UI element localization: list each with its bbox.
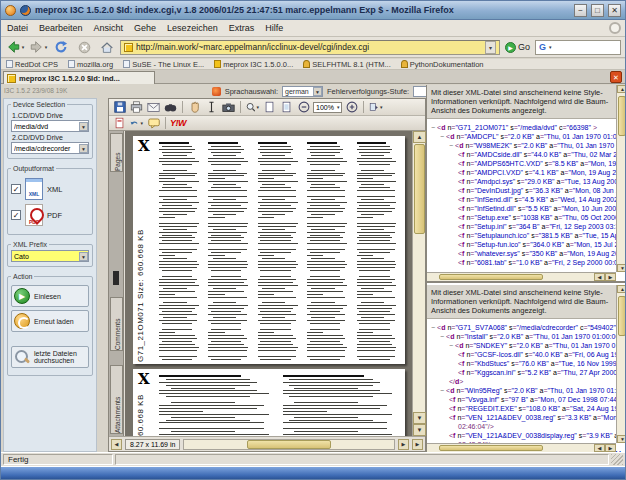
select-text-tool-button[interactable] (204, 101, 219, 114)
pdf-vertical-scrollbar[interactable]: ▲ ▼ ▼ (412, 131, 425, 436)
search-engine-dropdown-icon[interactable]: ▾ (549, 44, 552, 50)
bookmark-item[interactable]: RedDot CPS (6, 60, 58, 69)
scroll-down-icon[interactable]: ▼ (413, 424, 426, 436)
print-button[interactable] (129, 101, 144, 114)
tree-expander-icon[interactable]: − (431, 324, 435, 331)
xml1-hscroll-thumb[interactable] (439, 274, 543, 280)
go-button[interactable]: ▶ Go (503, 42, 532, 53)
einlesen-button[interactable]: ▶ Einlesen (11, 285, 89, 307)
bookmark-item[interactable]: SuSE - The Linux E... (123, 60, 204, 69)
xml-tree-line[interactable]: − <d n="Win95Reg" s="2.0 KB" a="Thu, 01 … (429, 386, 615, 395)
xml1-horizontal-scrollbar[interactable]: ◀ ▶ (427, 272, 616, 281)
drive1-select-arrow-icon[interactable]: ▼ (79, 122, 88, 131)
tree-expander-icon[interactable]: − (440, 387, 444, 394)
scroll-right-icon[interactable]: ▶ (605, 273, 616, 281)
maximize-button[interactable]: □ (591, 4, 604, 17)
stop-button[interactable] (74, 39, 94, 56)
letzte-dateien-button[interactable]: letzte Dateien durchsuchen (11, 346, 89, 368)
tree-expander-icon[interactable]: − (431, 124, 435, 131)
tab-close-icon[interactable]: ✕ (610, 71, 622, 83)
xml1-vertical-scrollbar[interactable]: ▲ ▼ (616, 85, 626, 272)
search-binoculars-button[interactable] (163, 101, 178, 114)
minimize-button[interactable]: − (574, 4, 587, 17)
zoom-tool-dropdown-icon[interactable]: ▾ (256, 104, 259, 110)
url-history-dropdown[interactable]: ▾ (485, 41, 496, 54)
undo-button[interactable]: ▾ (129, 117, 144, 130)
last-page-icon[interactable]: ▶ (412, 439, 423, 450)
menu-item-gehe[interactable]: Gehe (134, 23, 156, 33)
xml-tree-line[interactable]: − <d n="G71_SV7A068" s="/media/cdrecorde… (429, 323, 615, 332)
drive2-select[interactable]: /media/cdrecorder ▼ (11, 142, 89, 154)
pdf-vertical-scroll-thumb[interactable] (414, 144, 425, 234)
reload-button[interactable] (51, 39, 71, 56)
scroll-up-icon[interactable]: ▲ (617, 285, 626, 293)
xml-prefix-select[interactable]: Cato ▼ (11, 250, 89, 262)
xml-tree-line[interactable]: − <d n="SNDKEY" s="2.0 KB" a="Thu, 01 Ja… (429, 341, 615, 350)
language-select-arrow-icon[interactable]: ▼ (313, 87, 322, 96)
pdf-horizontal-scroll-thumb[interactable] (247, 440, 331, 449)
menu-item-ansicht[interactable]: Ansicht (94, 23, 124, 33)
xml-tree-line[interactable]: − <d n="G71_21OM071" s="/media/dvd" c="6… (429, 123, 615, 132)
yahoo-search-button[interactable]: Y!W (170, 118, 186, 128)
xml-tree-line[interactable]: − <d n="Install" s="2.0 KB" a="Thu, 01 J… (429, 332, 615, 341)
search-input[interactable]: G ▾ (535, 40, 621, 55)
pane-drag-handle[interactable] (113, 271, 119, 285)
home-button[interactable] (97, 39, 117, 56)
tab-active[interactable]: meprox I3C 1.5.2.0 $Id: ind... (3, 71, 155, 84)
tree-expander-icon[interactable]: − (440, 333, 444, 340)
url-bar[interactable]: http://main.work/~marc.eppelmann/icclinu… (120, 40, 500, 55)
scroll-right-icon[interactable]: ▶ (605, 444, 616, 452)
first-page-icon[interactable]: ◀ (111, 439, 122, 450)
bookmark-item[interactable]: SELFHTML 8.1 (HTM... (303, 60, 390, 69)
actual-size-button[interactable] (262, 101, 277, 114)
zoom-level-dropdown-icon[interactable]: ▾ (337, 104, 340, 110)
xml-tree-line[interactable]: − <d n="W98ME2K" s="2.0 KB" a="Thu, 01 J… (429, 141, 615, 150)
close-button[interactable]: ✕ (608, 4, 621, 17)
email-button[interactable] (146, 101, 161, 114)
save-button[interactable] (112, 101, 127, 114)
fit-page-button[interactable] (279, 101, 294, 114)
drive1-select[interactable]: /media/dvd ▼ (11, 120, 89, 132)
pdf-nav-tab-pages[interactable]: Pages (110, 133, 123, 172)
pdf-nav-tab-comments[interactable]: Comments (110, 297, 123, 351)
tree-expander-icon[interactable]: − (449, 342, 453, 349)
menu-item-lesezeichen[interactable]: Lesezeichen (167, 23, 218, 33)
hand-tool-button[interactable] (187, 101, 202, 114)
xml2-horizontal-scrollbar[interactable]: ◀ ▶ (427, 443, 616, 452)
pdf-document-area[interactable]: X G71_21OM071 Size: 660.668 KB X G71_21O… (125, 131, 412, 436)
scroll-up-icon[interactable]: ▲ (617, 85, 626, 93)
menu-item-bearbeiten[interactable]: Bearbeiten (39, 23, 83, 33)
scroll-up-icon[interactable]: ▲ (413, 131, 426, 143)
bookmark-item[interactable]: meprox I3C 1.5.0.0... (214, 60, 293, 69)
erneut-laden-button[interactable]: Erneut laden (11, 310, 89, 332)
snapshot-tool-button[interactable] (221, 101, 236, 114)
xml-tree-line[interactable]: − <d n="AMDCPL" s="2.0 KB" a="Thu, 01 Ja… (429, 132, 615, 141)
scroll-left-icon[interactable]: ◀ (594, 444, 605, 452)
page-display-button[interactable]: ▾ (368, 101, 383, 114)
next-page-icon[interactable]: ▶ (398, 439, 409, 450)
tree-expander-icon[interactable]: − (449, 142, 453, 149)
back-dropdown-icon[interactable]: ▾ (22, 44, 25, 50)
pdf-horizontal-scrollbar[interactable] (183, 439, 395, 450)
forward-button[interactable]: ▾ (28, 39, 48, 56)
zoom-tool-button[interactable]: ▾ (245, 101, 260, 114)
scroll-down-icon[interactable]: ▼ (617, 435, 626, 443)
pdf-nav-tab-attachments[interactable]: Attachments (110, 365, 123, 434)
page-display-dropdown-icon[interactable]: ▾ (380, 104, 383, 110)
back-button[interactable]: ▾ (5, 39, 25, 56)
menu-item-hilfe[interactable]: Hilfe (265, 23, 283, 33)
forward-dropdown-icon[interactable]: ▾ (45, 44, 48, 50)
bookmark-item[interactable]: PythonDokumentation (401, 60, 484, 69)
xml-prefix-select-arrow-icon[interactable]: ▼ (79, 252, 88, 261)
window-menu-icon[interactable] (5, 5, 16, 16)
xml1-scroll-thumb[interactable] (618, 96, 626, 136)
resize-grip[interactable] (611, 454, 623, 465)
comment-button[interactable] (146, 117, 161, 130)
zoom-in-button[interactable] (344, 101, 359, 114)
scroll-left-icon[interactable]: ◀ (594, 273, 605, 281)
zoom-level-input[interactable]: 100% ▾ (313, 102, 342, 113)
url-input[interactable]: http://main.work/~marc.eppelmann/icclinu… (136, 42, 482, 52)
undo-dropdown-icon[interactable]: ▾ (140, 120, 143, 126)
language-select[interactable]: german ▼ (282, 86, 323, 97)
zoom-out-button[interactable] (296, 101, 311, 114)
